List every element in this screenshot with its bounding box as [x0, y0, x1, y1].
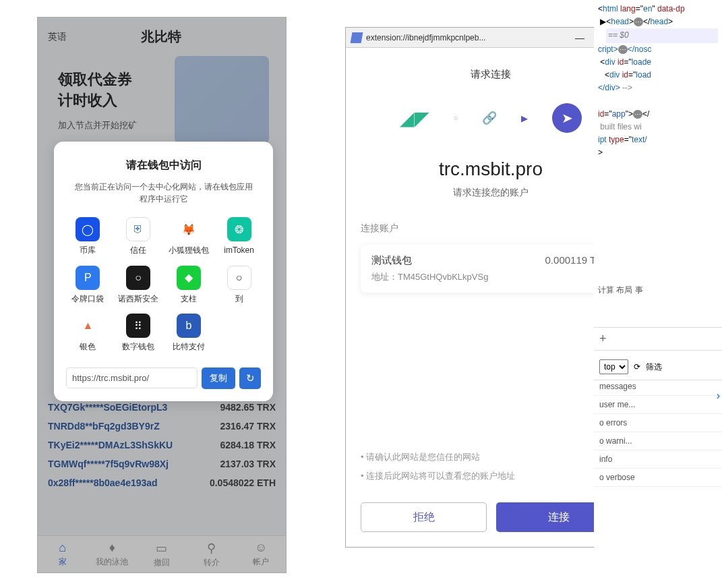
wallet-label: 支柱 [181, 294, 197, 305]
note-1: • 请确认此网站是您信任的网站 [361, 451, 621, 463]
elements-tree[interactable]: <html lang="en" data-dp ▶<head>⋯</head> … [594, 0, 722, 162]
request-subtitle: 请求连接您的账户 [346, 187, 636, 199]
wallet-label: imToken [224, 245, 254, 256]
wallet-icon: ❂ [227, 217, 251, 241]
filter-label: 筛选 [646, 361, 662, 373]
wallet-label: 信任 [130, 245, 146, 256]
wallet-label: 银色 [80, 342, 96, 353]
wallet-label: 比特支付 [173, 342, 205, 353]
wallet-icon: ◯ [76, 217, 100, 241]
styles-tabs[interactable]: 计算 布局 事 [594, 282, 722, 299]
wallet-label: 币库 [80, 245, 96, 256]
wallet-icon: ◆ [177, 266, 201, 290]
wallet-grid: ◯币库⛨信任🦊小狐狸钱包❂imTokenP令牌口袋○诺西斯安全◆支柱○到▲银色⠿… [66, 217, 261, 353]
extension-icon [351, 32, 363, 43]
dot-icon: ○ [454, 114, 458, 122]
wallet-label: 令牌口袋 [71, 294, 104, 305]
wallet-icon: 🦊 [177, 217, 201, 241]
refresh-button[interactable]: ↻ [239, 368, 261, 389]
extension-url: extension://ibnejdfjmmkpcnlpeb... [366, 33, 570, 42]
site-icon: ◢◤ [400, 103, 429, 133]
console-filter-row[interactable]: messages [594, 378, 722, 396]
minimize-button[interactable]: — [570, 32, 590, 43]
section-label: 连接账户 [346, 199, 636, 245]
window-titlebar: extension://ibnejdfjmmkpcnlpeb... — ☐ ✕ [346, 28, 636, 48]
wallet-option[interactable]: ○诺西斯安全 [117, 266, 160, 305]
wallet-option[interactable]: P令牌口袋 [66, 266, 110, 305]
wallet-option[interactable]: ⠿数字钱包 [117, 314, 160, 353]
wallet-option[interactable]: ◯币库 [66, 217, 110, 256]
wallet-icon: ⛨ [126, 217, 150, 241]
wallet-icon: ○ [126, 266, 150, 290]
console-filter-row[interactable]: user me... [594, 396, 722, 414]
url-display: https://trc.msbit.pro/ [66, 368, 198, 388]
add-rule-button[interactable]: + [594, 327, 722, 351]
console-messages: messagesuser me...o errorso warni...info… [594, 378, 722, 487]
expand-arrow[interactable]: › [715, 388, 722, 404]
note-2: • 连接后此网站将可以查看您的账户地址 [361, 470, 621, 482]
wallet-icon: ➤ [552, 103, 582, 133]
context-select[interactable]: top [599, 359, 628, 374]
wallet-option[interactable]: ○到 [217, 266, 261, 305]
wallet-icon: ⠿ [126, 314, 150, 338]
wallet-icon: ▲ [76, 314, 100, 338]
console-filter-row[interactable]: o warni... [594, 432, 722, 450]
selected-indicator: == $0 [606, 28, 718, 42]
account-address: 地址：TM45GtHQvbKLkpVSg [371, 271, 610, 283]
warning-notes: • 请确认此网站是您信任的网站 • 连接后此网站将可以查看您的账户地址 [346, 293, 636, 502]
console-filter-row[interactable]: info [594, 450, 722, 469]
wallet-option[interactable]: b比特支付 [167, 314, 211, 353]
devtools-panel: <html lang="en" data-dp ▶<head>⋯</head> … [594, 0, 722, 588]
wallet-icon: b [177, 314, 201, 338]
copy-button[interactable]: 复制 [202, 368, 235, 389]
extension-popup: extension://ibnejdfjmmkpcnlpeb... — ☐ ✕ … [345, 27, 636, 548]
wallet-option[interactable]: ◆支柱 [167, 266, 211, 305]
wallet-icon: ○ [227, 266, 251, 290]
wallet-label: 诺西斯安全 [118, 294, 158, 305]
console-filter[interactable]: top ⟳ 筛选 [594, 354, 722, 380]
wallet-option[interactable]: ❂imToken [217, 217, 261, 256]
wallet-connect-modal: 请在钱包中访问 您当前正在访问一个去中心化网站，请在钱包应用程序中运行它 ◯币库… [54, 142, 273, 401]
wallet-label: 小狐狸钱包 [169, 245, 209, 256]
wallet-icon: P [76, 266, 100, 290]
wallet-label: 数字钱包 [122, 342, 154, 353]
modal-subtitle: 您当前正在访问一个去中心化网站，请在钱包应用程序中运行它 [66, 181, 261, 217]
wallet-label: 到 [235, 294, 243, 305]
connection-diagram: ◢◤ ○ 🔗 ▶ ➤ [346, 94, 636, 142]
wallet-option[interactable]: ⛨信任 [117, 217, 160, 256]
console-filter-row[interactable]: o errors [594, 414, 722, 432]
request-header: 请求连接 [346, 48, 636, 94]
account-name: 测试钱包 [371, 254, 412, 267]
link-icon: 🔗 [482, 111, 497, 125]
wallet-option[interactable]: ▲银色 [66, 314, 110, 353]
account-card[interactable]: 测试钱包 0.000119 TRX 地址：TM45GtHQvbKLkpVSg [361, 245, 621, 293]
reject-button[interactable]: 拒绝 [361, 502, 487, 532]
wallet-option[interactable]: 🦊小狐狸钱包 [167, 217, 211, 256]
refresh-icon[interactable]: ⟳ [634, 362, 640, 372]
console-filter-row[interactable]: o verbose [594, 469, 722, 487]
requesting-domain: trc.msbit.pro [346, 158, 636, 180]
modal-title: 请在钱包中访问 [66, 158, 261, 173]
arrow-icon: ▶ [521, 113, 528, 123]
